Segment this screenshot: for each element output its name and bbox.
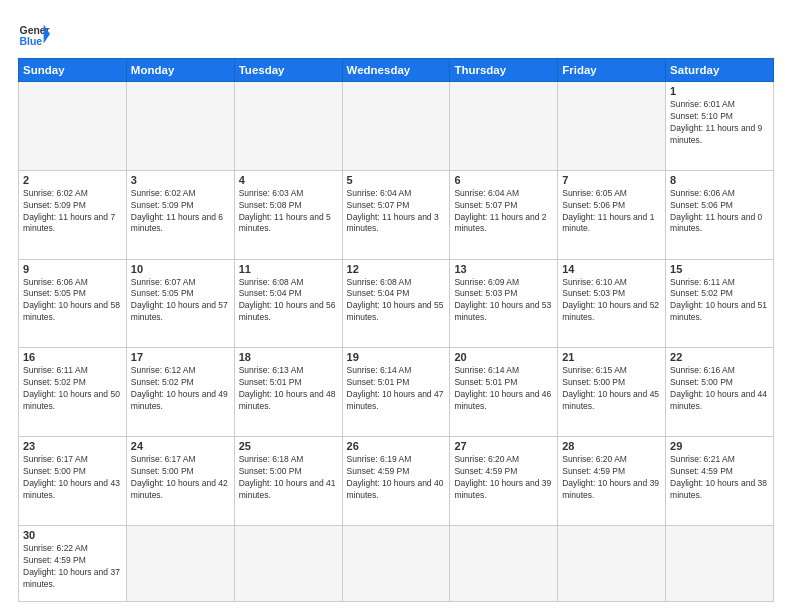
calendar-cell: 3Sunrise: 6:02 AMSunset: 5:09 PMDaylight… [126, 170, 234, 259]
calendar-cell [234, 525, 342, 601]
day-number: 26 [347, 440, 446, 452]
page: General Blue SundayMondayTuesdayWednesda… [0, 0, 792, 612]
weekday-header-row: SundayMondayTuesdayWednesdayThursdayFrid… [19, 59, 774, 82]
day-number: 12 [347, 263, 446, 275]
day-info: Sunrise: 6:14 AMSunset: 5:01 PMDaylight:… [347, 365, 446, 413]
calendar-cell: 21Sunrise: 6:15 AMSunset: 5:00 PMDayligh… [558, 348, 666, 437]
day-info: Sunrise: 6:11 AMSunset: 5:02 PMDaylight:… [23, 365, 122, 413]
weekday-saturday: Saturday [666, 59, 774, 82]
header: General Blue [18, 18, 774, 50]
day-info: Sunrise: 6:05 AMSunset: 5:06 PMDaylight:… [562, 188, 661, 236]
calendar-cell [126, 82, 234, 171]
day-info: Sunrise: 6:09 AMSunset: 5:03 PMDaylight:… [454, 277, 553, 325]
day-number: 17 [131, 351, 230, 363]
day-number: 11 [239, 263, 338, 275]
day-info: Sunrise: 6:17 AMSunset: 5:00 PMDaylight:… [23, 454, 122, 502]
day-number: 28 [562, 440, 661, 452]
calendar-cell: 15Sunrise: 6:11 AMSunset: 5:02 PMDayligh… [666, 259, 774, 348]
weekday-monday: Monday [126, 59, 234, 82]
week-row-2: 2Sunrise: 6:02 AMSunset: 5:09 PMDaylight… [19, 170, 774, 259]
weekday-thursday: Thursday [450, 59, 558, 82]
calendar-cell: 26Sunrise: 6:19 AMSunset: 4:59 PMDayligh… [342, 437, 450, 526]
day-number: 1 [670, 85, 769, 97]
day-number: 25 [239, 440, 338, 452]
day-number: 13 [454, 263, 553, 275]
day-info: Sunrise: 6:13 AMSunset: 5:01 PMDaylight:… [239, 365, 338, 413]
day-info: Sunrise: 6:18 AMSunset: 5:00 PMDaylight:… [239, 454, 338, 502]
calendar-cell: 25Sunrise: 6:18 AMSunset: 5:00 PMDayligh… [234, 437, 342, 526]
calendar-cell: 20Sunrise: 6:14 AMSunset: 5:01 PMDayligh… [450, 348, 558, 437]
calendar-cell [450, 82, 558, 171]
day-info: Sunrise: 6:17 AMSunset: 5:00 PMDaylight:… [131, 454, 230, 502]
calendar-cell: 18Sunrise: 6:13 AMSunset: 5:01 PMDayligh… [234, 348, 342, 437]
day-number: 23 [23, 440, 122, 452]
day-info: Sunrise: 6:04 AMSunset: 5:07 PMDaylight:… [454, 188, 553, 236]
calendar-cell: 12Sunrise: 6:08 AMSunset: 5:04 PMDayligh… [342, 259, 450, 348]
day-number: 29 [670, 440, 769, 452]
day-number: 20 [454, 351, 553, 363]
day-number: 18 [239, 351, 338, 363]
calendar-cell [126, 525, 234, 601]
day-number: 16 [23, 351, 122, 363]
calendar-cell: 6Sunrise: 6:04 AMSunset: 5:07 PMDaylight… [450, 170, 558, 259]
day-info: Sunrise: 6:07 AMSunset: 5:05 PMDaylight:… [131, 277, 230, 325]
day-info: Sunrise: 6:20 AMSunset: 4:59 PMDaylight:… [454, 454, 553, 502]
weekday-sunday: Sunday [19, 59, 127, 82]
calendar-cell [342, 525, 450, 601]
calendar-cell: 9Sunrise: 6:06 AMSunset: 5:05 PMDaylight… [19, 259, 127, 348]
day-info: Sunrise: 6:20 AMSunset: 4:59 PMDaylight:… [562, 454, 661, 502]
week-row-6: 30Sunrise: 6:22 AMSunset: 4:59 PMDayligh… [19, 525, 774, 601]
calendar-cell [234, 82, 342, 171]
calendar-cell: 13Sunrise: 6:09 AMSunset: 5:03 PMDayligh… [450, 259, 558, 348]
day-info: Sunrise: 6:06 AMSunset: 5:06 PMDaylight:… [670, 188, 769, 236]
day-number: 30 [23, 529, 122, 541]
day-number: 22 [670, 351, 769, 363]
calendar-cell: 11Sunrise: 6:08 AMSunset: 5:04 PMDayligh… [234, 259, 342, 348]
week-row-1: 1Sunrise: 6:01 AMSunset: 5:10 PMDaylight… [19, 82, 774, 171]
day-info: Sunrise: 6:02 AMSunset: 5:09 PMDaylight:… [23, 188, 122, 236]
svg-text:Blue: Blue [20, 36, 43, 47]
day-number: 7 [562, 174, 661, 186]
week-row-4: 16Sunrise: 6:11 AMSunset: 5:02 PMDayligh… [19, 348, 774, 437]
calendar-cell [558, 525, 666, 601]
calendar-cell: 5Sunrise: 6:04 AMSunset: 5:07 PMDaylight… [342, 170, 450, 259]
day-number: 24 [131, 440, 230, 452]
day-info: Sunrise: 6:10 AMSunset: 5:03 PMDaylight:… [562, 277, 661, 325]
day-number: 15 [670, 263, 769, 275]
calendar-cell: 8Sunrise: 6:06 AMSunset: 5:06 PMDaylight… [666, 170, 774, 259]
calendar-cell [558, 82, 666, 171]
weekday-friday: Friday [558, 59, 666, 82]
day-number: 5 [347, 174, 446, 186]
calendar-cell: 2Sunrise: 6:02 AMSunset: 5:09 PMDaylight… [19, 170, 127, 259]
calendar-cell [666, 525, 774, 601]
calendar-cell: 14Sunrise: 6:10 AMSunset: 5:03 PMDayligh… [558, 259, 666, 348]
calendar-cell: 30Sunrise: 6:22 AMSunset: 4:59 PMDayligh… [19, 525, 127, 601]
day-info: Sunrise: 6:11 AMSunset: 5:02 PMDaylight:… [670, 277, 769, 325]
day-info: Sunrise: 6:15 AMSunset: 5:00 PMDaylight:… [562, 365, 661, 413]
day-info: Sunrise: 6:06 AMSunset: 5:05 PMDaylight:… [23, 277, 122, 325]
day-info: Sunrise: 6:04 AMSunset: 5:07 PMDaylight:… [347, 188, 446, 236]
calendar-cell: 7Sunrise: 6:05 AMSunset: 5:06 PMDaylight… [558, 170, 666, 259]
day-info: Sunrise: 6:03 AMSunset: 5:08 PMDaylight:… [239, 188, 338, 236]
calendar-cell: 23Sunrise: 6:17 AMSunset: 5:00 PMDayligh… [19, 437, 127, 526]
day-info: Sunrise: 6:14 AMSunset: 5:01 PMDaylight:… [454, 365, 553, 413]
day-info: Sunrise: 6:19 AMSunset: 4:59 PMDaylight:… [347, 454, 446, 502]
day-info: Sunrise: 6:01 AMSunset: 5:10 PMDaylight:… [670, 99, 769, 147]
day-number: 3 [131, 174, 230, 186]
calendar-cell: 19Sunrise: 6:14 AMSunset: 5:01 PMDayligh… [342, 348, 450, 437]
calendar-cell: 22Sunrise: 6:16 AMSunset: 5:00 PMDayligh… [666, 348, 774, 437]
calendar-cell: 10Sunrise: 6:07 AMSunset: 5:05 PMDayligh… [126, 259, 234, 348]
day-number: 8 [670, 174, 769, 186]
day-number: 21 [562, 351, 661, 363]
day-info: Sunrise: 6:21 AMSunset: 4:59 PMDaylight:… [670, 454, 769, 502]
day-info: Sunrise: 6:12 AMSunset: 5:02 PMDaylight:… [131, 365, 230, 413]
calendar-cell: 1Sunrise: 6:01 AMSunset: 5:10 PMDaylight… [666, 82, 774, 171]
day-number: 6 [454, 174, 553, 186]
calendar-cell [19, 82, 127, 171]
calendar-cell: 4Sunrise: 6:03 AMSunset: 5:08 PMDaylight… [234, 170, 342, 259]
logo: General Blue [18, 18, 50, 50]
day-info: Sunrise: 6:02 AMSunset: 5:09 PMDaylight:… [131, 188, 230, 236]
day-info: Sunrise: 6:22 AMSunset: 4:59 PMDaylight:… [23, 543, 122, 591]
calendar-cell: 17Sunrise: 6:12 AMSunset: 5:02 PMDayligh… [126, 348, 234, 437]
calendar-cell [342, 82, 450, 171]
